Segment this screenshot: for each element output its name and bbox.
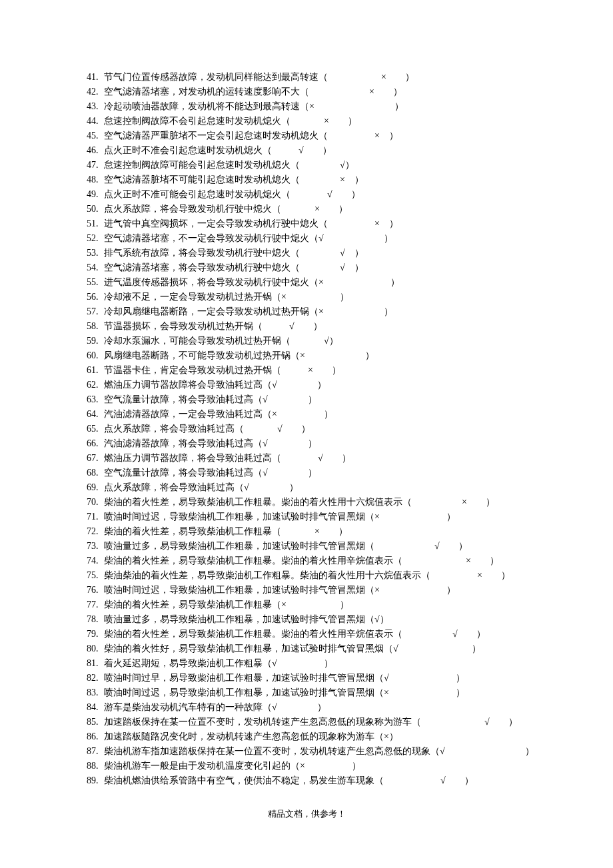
answer-mark: ×	[477, 568, 482, 583]
question-line: 78.喷油量过多，易导致柴油机工作粗暴，加速试验时排气管冒黑烟（√）	[87, 612, 526, 627]
closing-bracket: ）	[308, 468, 317, 478]
answer-mark: √	[434, 539, 440, 554]
question-text: 喷油时间过迟，易导致柴油机工作粗暴，加速试验时排气管冒黑烟（×	[104, 687, 389, 697]
question-text: 风扇继电器断路，不可能导致发动机过热开锅（×	[104, 350, 305, 360]
closing-bracket: ）	[345, 248, 364, 258]
question-line: 46.点火正时不准会引起怠速时发动机熄火（√ ）	[87, 143, 526, 158]
closing-bracket: ）	[295, 321, 322, 331]
closing-bracket: ）	[380, 218, 398, 228]
question-line: 62.燃油压力调节器故障将会导致油耗过高（√）	[87, 378, 526, 392]
question-number: 80.	[87, 642, 104, 656]
question-text: 空气滤清器堵塞，将会导致发动机行驶中熄火（	[104, 262, 300, 272]
question-line: 88.柴油机游车一般是由于发动机温度变化引起的（×）	[87, 759, 526, 773]
question-line: 66.汽油滤清器故障，将会导致油耗过高（√）	[87, 436, 526, 451]
question-number: 45.	[87, 129, 104, 143]
question-text: 排气系统有故障，将会导致发动机行驶中熄火（	[104, 248, 300, 258]
question-number: 47.	[87, 158, 104, 173]
question-line: 53.排气系统有故障，将会导致发动机行驶中熄火（√ ）	[87, 246, 526, 260]
question-number: 59.	[87, 334, 104, 348]
question-text: 加速踏板随路况变化时，发动机转速产生忽高忽低的现象称为游车（×	[104, 731, 389, 741]
closing-bracket: ）	[345, 262, 364, 272]
closing-bracket: ）	[394, 101, 404, 111]
question-text: 柴油的着火性差，易导致柴油机工作粗暴。柴油的着火性用辛烷值表示（	[104, 629, 402, 639]
question-text: 冷却水泵漏水，可能会导致发动机过热开锅（	[104, 336, 291, 346]
closing-bracket: ）	[389, 731, 398, 741]
closing-bracket: ）	[345, 160, 354, 170]
question-line: 58.节温器损坏，会导致发动机过热开锅（√ ）	[87, 319, 526, 334]
question-list: 41.节气门位置传感器故障，发动机同样能达到最高转速（× ）42.空气滤清器堵塞…	[87, 70, 526, 788]
question-number: 64.	[87, 407, 104, 422]
question-line: 42.空气滤清器堵塞，对发动机的运转速度影响不大（× ）	[87, 85, 526, 99]
closing-bracket: ）	[289, 482, 299, 492]
question-number: 54.	[87, 260, 104, 275]
closing-bracket: ）	[374, 87, 402, 97]
closing-bracket: ）	[317, 702, 326, 712]
question-line: 56.冷却液不足，一定会导致发动机过热开锅（×）	[87, 290, 526, 304]
closing-bracket: ）	[384, 233, 393, 243]
question-text: 点火正时不准会引起怠速时发动机熄火（	[104, 145, 272, 155]
question-text: 柴油的着火性差，易导致柴油机工作粗暴（	[104, 526, 281, 536]
question-line: 65.点火系故障，将会导致油耗过高（√ ）	[87, 422, 526, 436]
answer-mark: √	[324, 334, 329, 348]
closing-bracket: ）	[456, 673, 465, 683]
question-number: 66.	[87, 436, 104, 451]
question-number: 41.	[87, 70, 104, 85]
question-line: 48.空气滤清器脏堵不可能引起怠速时发动机熄火（× ）	[87, 173, 526, 187]
question-line: 55.进气温度传感器损坏，将会导致发动机行驶中熄火（×）	[87, 275, 526, 290]
closing-bracket: ）	[472, 644, 481, 653]
question-line: 60.风扇继电器断路，不可能导致发动机过热开锅（×）	[87, 348, 526, 363]
closing-bracket: ）	[390, 277, 400, 287]
answer-mark: ×	[324, 114, 329, 129]
question-number: 60.	[87, 348, 104, 363]
question-text: 柴油的着火性好，易导致柴油机工作粗暴，加速试验时排气管冒黑烟（√	[104, 644, 398, 653]
question-text: 冷起动喷油器故障，发动机将不能达到最高转速（×	[104, 101, 314, 111]
question-text: 点火系故障，将会导致油耗过高（√	[104, 482, 249, 492]
closing-bracket: ）	[324, 409, 333, 419]
answer-mark: √	[340, 158, 345, 173]
question-line: 43.冷起动喷油器故障，发动机将不能达到最高转速（×）	[87, 99, 526, 114]
question-line: 49.点火正时不准可能会引起怠速时发动机熄火（√ ）	[87, 187, 526, 202]
closing-bracket: ）	[482, 570, 510, 580]
closing-bracket: ）	[456, 687, 465, 697]
answer-mark: ×	[340, 173, 345, 187]
question-line: 41.节气门位置传感器故障，发动机同样能达到最高转速（× ）	[87, 70, 526, 85]
question-number: 70.	[87, 495, 104, 510]
question-text: 空气流量计故障，将会导致油耗过高（√	[104, 468, 268, 478]
question-text: 节气门位置传感器故障，发动机同样能达到最高转速（	[104, 72, 328, 82]
question-text: 怠速控制阀故障不会引起怠速时发动机熄火（	[104, 116, 291, 126]
question-number: 65.	[87, 422, 104, 436]
question-number: 85.	[87, 715, 104, 729]
question-line: 52.空气滤清器堵塞，不一定会导致发动机行驶中熄火（√）	[87, 231, 526, 246]
question-line: 47.怠速控制阀故障可能会引起怠速时发动机熄火（√）	[87, 158, 526, 173]
question-line: 83.喷油时间过迟，易导致柴油机工作粗暴，加速试验时排气管冒黑烟（×）	[87, 685, 526, 700]
question-text: 柴油机游车指加速踏板保持在某一位置不变时，发动机转速产生忽高忽低的现象（√	[104, 746, 445, 756]
question-number: 69.	[87, 480, 104, 495]
question-number: 43.	[87, 99, 104, 114]
answer-mark: √	[484, 715, 490, 729]
answer-mark: √	[340, 260, 345, 275]
question-number: 87.	[87, 744, 104, 759]
question-text: 空气滤清器脏堵不可能引起怠速时发动机熄火（	[104, 175, 300, 185]
question-text: 冷却风扇继电器断路，一定会导致发动机过热开锅（×	[104, 306, 324, 316]
question-text: 节温器损坏，会导致发动机过热开锅（	[104, 321, 263, 331]
closing-bracket: ）	[440, 541, 468, 551]
question-text: 空气滤清器堵塞，不一定会导致发动机行驶中熄火（√	[104, 233, 324, 243]
question-text: 汽油滤清器故障，一定会导致油耗过高（×	[104, 409, 277, 419]
question-number: 48.	[87, 173, 104, 187]
question-text: 柴油机游车一般是由于发动机温度变化引起的（×	[104, 761, 305, 771]
question-line: 87.柴油机游车指加速踏板保持在某一位置不变时，发动机转速产生忽高忽低的现象（√…	[87, 744, 526, 759]
question-text: 柴油柴油的着火性差，易导致柴油机工作粗暴。柴油的着火性用十六烷值表示（	[104, 570, 430, 580]
question-line: 67.燃油压力调节器故障，将会导致油耗过高（√ ）	[87, 451, 526, 466]
closing-bracket: ）	[340, 292, 349, 302]
question-number: 71.	[87, 510, 104, 524]
answer-mark: √	[277, 422, 283, 436]
question-line: 69.点火系故障，将会导致油耗过高（√）	[87, 480, 526, 495]
question-text: 喷油时间过早，易导致柴油机工作粗暴，加速试验时排气管冒黑烟（√	[104, 673, 389, 683]
closing-bracket: ）	[317, 380, 326, 390]
question-line: 82.喷油时间过早，易导致柴油机工作粗暴，加速试验时排气管冒黑烟（√）	[87, 671, 526, 685]
answer-mark: √	[299, 143, 304, 158]
question-number: 44.	[87, 114, 104, 129]
closing-bracket: ）	[446, 512, 456, 522]
question-number: 50.	[87, 202, 104, 217]
question-line: 54.空气滤清器堵塞，将会导致发动机行驶中熄火（√ ）	[87, 260, 526, 275]
